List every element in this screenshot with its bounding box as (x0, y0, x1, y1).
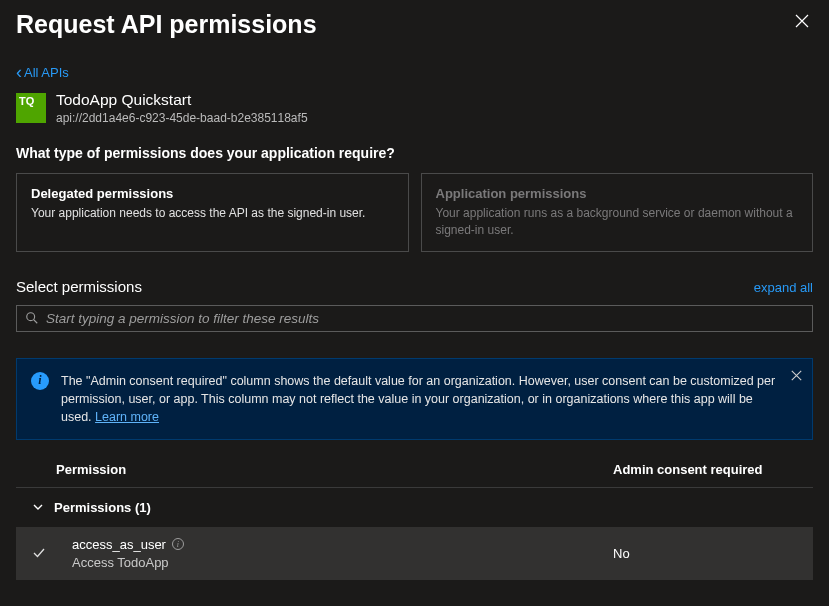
banner-text: The "Admin consent required" column show… (61, 372, 776, 426)
expand-all-link[interactable]: expand all (754, 280, 813, 295)
col-admin-consent: Admin consent required (613, 462, 813, 477)
page-title: Request API permissions (16, 10, 317, 39)
col-permission: Permission (56, 462, 613, 477)
card-title: Delegated permissions (31, 186, 394, 201)
info-icon[interactable]: i (172, 538, 184, 550)
search-icon (25, 311, 39, 325)
table-header: Permission Admin consent required (16, 462, 813, 488)
chevron-down-icon (32, 501, 44, 513)
delegated-permissions-card[interactable]: Delegated permissions Your application n… (16, 173, 409, 252)
svg-point-0 (27, 313, 35, 321)
group-label: Permissions (1) (54, 500, 151, 515)
banner-close-icon[interactable] (791, 369, 802, 384)
app-name: TodoApp Quickstart (56, 91, 308, 109)
svg-line-1 (34, 320, 38, 324)
learn-more-link[interactable]: Learn more (95, 410, 159, 424)
search-box[interactable] (16, 305, 813, 332)
app-icon: TQ (16, 93, 46, 123)
search-input[interactable] (46, 311, 804, 326)
back-link-label: All APIs (24, 65, 69, 80)
card-desc: Your application needs to access the API… (31, 205, 394, 222)
permission-group-row[interactable]: Permissions (1) (16, 488, 813, 527)
application-permissions-card[interactable]: Application permissions Your application… (421, 173, 814, 252)
info-icon: i (31, 372, 49, 390)
permission-name: access_as_user i (72, 537, 184, 552)
back-link-all-apis[interactable]: All APIs (16, 63, 69, 81)
select-permissions-heading: Select permissions (16, 278, 142, 295)
table-row[interactable]: access_as_user i Access TodoApp No (16, 527, 813, 580)
app-header: TQ TodoApp Quickstart api://2dd1a4e6-c92… (16, 91, 813, 125)
permission-type-question: What type of permissions does your appli… (16, 145, 813, 161)
close-icon[interactable] (791, 10, 813, 35)
admin-consent-value: No (613, 546, 813, 561)
card-desc: Your application runs as a background se… (436, 205, 799, 239)
info-banner: i The "Admin consent required" column sh… (16, 358, 813, 440)
app-uri: api://2dd1a4e6-c923-45de-baad-b2e385118a… (56, 111, 308, 125)
card-title: Application permissions (436, 186, 799, 201)
permission-desc: Access TodoApp (72, 555, 613, 570)
checkmark-icon[interactable] (32, 546, 56, 560)
